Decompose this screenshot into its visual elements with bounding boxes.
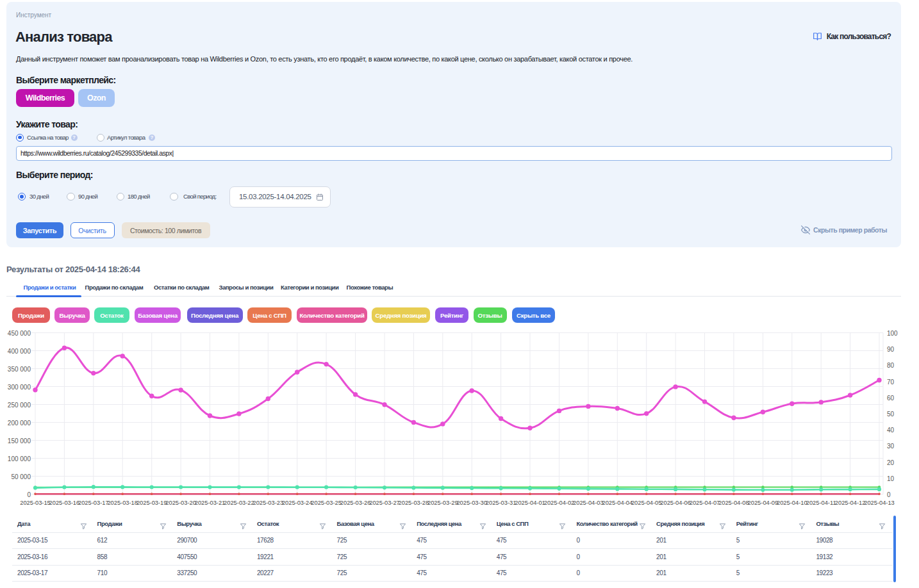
svg-text:400 000: 400 000 [8, 348, 31, 355]
svg-text:2025-04-01: 2025-04-01 [515, 500, 545, 506]
svg-text:2025-04-04: 2025-04-04 [602, 500, 633, 506]
svg-text:2025-04-02: 2025-04-02 [544, 500, 575, 506]
svg-text:350 000: 350 000 [8, 366, 31, 373]
svg-text:2025-04-07: 2025-04-07 [690, 500, 720, 506]
svg-text:300 000: 300 000 [8, 384, 31, 391]
svg-text:2025-04-05: 2025-04-05 [631, 500, 662, 506]
svg-text:200 000: 200 000 [8, 420, 31, 427]
svg-text:2025-03-28: 2025-03-28 [399, 500, 429, 506]
svg-text:2025-03-21: 2025-03-21 [195, 500, 226, 506]
svg-text:2025-03-24: 2025-03-24 [282, 500, 313, 506]
svg-text:90: 90 [887, 346, 895, 353]
svg-text:2025-03-20: 2025-03-20 [165, 500, 196, 506]
svg-text:2025-03-17: 2025-03-17 [78, 500, 109, 506]
svg-text:60: 60 [887, 395, 895, 402]
svg-text:10: 10 [887, 475, 895, 482]
svg-text:2025-04-13: 2025-04-13 [864, 500, 895, 506]
svg-text:2025-04-11: 2025-04-11 [806, 500, 836, 506]
svg-text:2025-04-10: 2025-04-10 [777, 500, 807, 506]
svg-text:20: 20 [887, 459, 895, 466]
svg-text:2025-03-30: 2025-03-30 [456, 500, 487, 506]
svg-text:2025-03-31: 2025-03-31 [486, 500, 517, 506]
svg-text:250 000: 250 000 [8, 402, 31, 409]
svg-text:2025-03-23: 2025-03-23 [253, 500, 284, 506]
svg-text:150 000: 150 000 [8, 437, 31, 445]
svg-text:30: 30 [887, 443, 895, 450]
svg-text:70: 70 [887, 379, 895, 386]
svg-text:2025-03-16: 2025-03-16 [49, 500, 80, 506]
svg-text:2025-04-03: 2025-04-03 [573, 500, 604, 506]
svg-text:50: 50 [887, 411, 895, 418]
svg-text:2025-03-19: 2025-03-19 [137, 500, 167, 506]
svg-text:2025-04-06: 2025-04-06 [660, 500, 691, 506]
svg-text:2025-04-12: 2025-04-12 [835, 500, 866, 506]
svg-text:2025-04-08: 2025-04-08 [718, 500, 749, 506]
svg-text:450 000: 450 000 [8, 330, 31, 337]
svg-text:2025-04-09: 2025-04-09 [748, 500, 779, 506]
svg-text:2025-03-26: 2025-03-26 [340, 500, 371, 506]
svg-text:2025-03-27: 2025-03-27 [369, 500, 400, 506]
svg-text:50 000: 50 000 [11, 473, 31, 480]
svg-text:2025-03-18: 2025-03-18 [107, 500, 138, 506]
svg-text:40: 40 [887, 427, 895, 434]
svg-text:2025-03-25: 2025-03-25 [311, 500, 342, 506]
svg-text:0: 0 [27, 491, 31, 498]
svg-text:2025-03-15: 2025-03-15 [20, 500, 51, 506]
svg-text:0: 0 [887, 491, 891, 498]
svg-text:80: 80 [887, 362, 895, 369]
svg-text:2025-03-29: 2025-03-29 [427, 500, 458, 506]
svg-text:100 000: 100 000 [8, 455, 31, 462]
svg-text:2025-03-22: 2025-03-22 [224, 500, 254, 506]
svg-text:100: 100 [887, 330, 898, 337]
